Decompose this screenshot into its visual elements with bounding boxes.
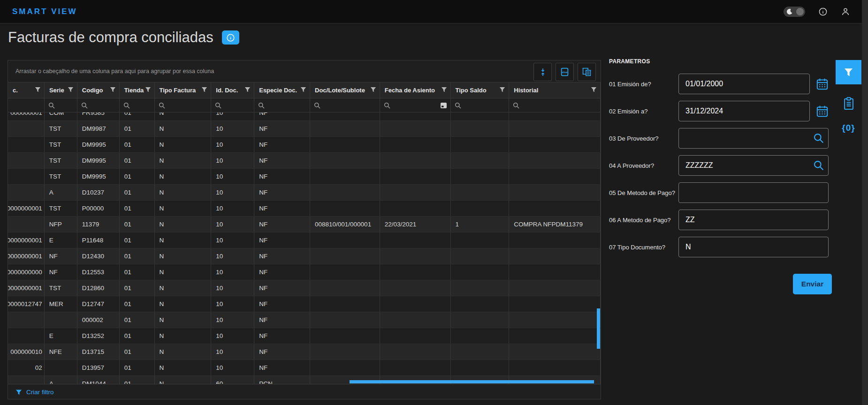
cell-tipo-factura: N (155, 121, 212, 136)
cell-c: 000000010 (8, 344, 45, 360)
cell-especie-doc: NF (254, 248, 310, 264)
filter-cell-fecha-de-asiento[interactable] (380, 98, 451, 112)
cell-c: 02 (8, 360, 45, 375)
param-input-03-de-proveedor[interactable] (678, 128, 829, 149)
filter-cell-especie-doc[interactable] (254, 98, 310, 112)
table-row[interactable]: 0000000001NFD1243001N10NF (8, 248, 601, 264)
header-filter-button[interactable] (300, 87, 306, 94)
filter-cell-serie[interactable] (45, 98, 77, 112)
table-row[interactable]: NFP1137901N10NF008810/001/00000122/03/20… (8, 217, 601, 232)
cell-tipo-saldo (451, 137, 510, 152)
column-header-tipo-saldo[interactable]: Tipo Saldo (451, 82, 510, 98)
table-row[interactable]: TSTDM999501N10NF (8, 169, 601, 185)
cell-fecha-de-asiento (380, 185, 451, 200)
table-row[interactable]: 0000000001TSTP0000001N10NF (8, 201, 601, 217)
page-scrollbar-track[interactable] (862, 0, 868, 405)
calendar-picker-button[interactable] (816, 78, 829, 90)
table-row[interactable]: 000000010NFED1371501N10NF (8, 344, 601, 360)
create-filter-button[interactable]: Criar filtro (8, 384, 601, 400)
column-header-serie[interactable]: Serie (45, 82, 77, 98)
header-filter-button[interactable] (145, 87, 151, 94)
vertical-scrollbar-thumb[interactable] (597, 308, 600, 349)
table-row[interactable]: 0000000001EP1164801N10NF (8, 232, 601, 248)
param-input-01-emisi-n-de[interactable] (678, 74, 810, 94)
param-input-06-a-metodo-de-pago[interactable] (678, 210, 829, 230)
column-header-historial[interactable]: Historial (509, 82, 601, 98)
horizontal-scrollbar-thumb[interactable] (350, 380, 594, 383)
cell-serie: E (45, 328, 77, 344)
filter-cell-historial[interactable] (509, 98, 601, 112)
filter-calendar-button[interactable] (440, 102, 447, 111)
cell-tienda: 01 (120, 248, 155, 264)
info-icon[interactable] (818, 7, 828, 16)
search-icon (455, 102, 461, 109)
title-info-button[interactable] (222, 30, 239, 45)
table-row[interactable]: AD1023701N10NF (8, 185, 601, 201)
cell-especie-doc: NF (254, 153, 310, 168)
cell-tipo-factura: N (155, 112, 212, 120)
header-filter-button[interactable] (591, 87, 597, 94)
filter-cell-doc-lote-sublote[interactable] (310, 98, 380, 112)
header-filter-button[interactable] (68, 87, 74, 94)
column-header-codigo[interactable]: Codigo (77, 82, 120, 98)
table-row[interactable]: 02D1395701N10NF (8, 360, 601, 376)
clipboard-tab[interactable] (843, 97, 855, 110)
filter-cell-id-doc[interactable] (211, 98, 254, 112)
filter-cell-tienda[interactable] (120, 98, 155, 112)
toggle-knob[interactable] (796, 8, 804, 15)
column-header-fecha-de-asiento[interactable]: Fecha de Asiento (380, 82, 451, 98)
collapse-rows-button[interactable] (533, 63, 552, 81)
dark-mode-toggle[interactable] (784, 7, 805, 17)
header-filter-button[interactable] (110, 87, 116, 94)
table-row[interactable]: 0000012747MERD1274701N10NF (8, 296, 601, 312)
column-header-id-doc[interactable]: Id. Doc. (211, 82, 254, 98)
param-label: 07 Tipo Documento? (609, 244, 678, 251)
cell-tienda: 01 (120, 264, 155, 280)
enviar-button[interactable]: Enviar (793, 274, 832, 294)
table-row[interactable]: 0000000000NFD1255301N10NF (8, 264, 601, 280)
table-row[interactable]: TSTDM998701N10NF (8, 121, 601, 137)
cell-codigo: D13715 (77, 344, 120, 360)
table-row[interactable]: 00000201N10NF (8, 312, 601, 328)
filter-cell-tipo-saldo[interactable] (451, 98, 510, 112)
search-lookup-button[interactable] (813, 160, 824, 173)
param-input-02-emisi-n-a[interactable] (678, 101, 810, 121)
header-filter-button[interactable] (441, 87, 447, 94)
table-row[interactable]: ED1325201N10NF (8, 328, 601, 344)
column-chooser-button[interactable] (578, 63, 596, 81)
header-filter-button[interactable] (370, 87, 376, 94)
param-input-05-de-metodo-de-pago[interactable] (678, 182, 829, 203)
cell-id-doc: 10 (211, 232, 254, 248)
group-panel[interactable]: Arrastar o cabeçalho de uma coluna para … (8, 60, 601, 82)
column-header-doc-lote-sublote[interactable]: Doc/Lote/Sublote (310, 82, 380, 98)
filter-funnel-icon (15, 389, 22, 396)
column-header-especie-doc[interactable]: Especie Doc. (254, 82, 310, 98)
filter-cell-tipo-factura[interactable] (155, 98, 212, 112)
column-header-c[interactable]: c. (8, 82, 45, 98)
param-input-07-tipo-documento[interactable] (678, 237, 829, 257)
header-filter-button[interactable] (35, 87, 41, 94)
table-row[interactable]: 000000001COMFR958501N10NF (8, 112, 601, 121)
filter-cell-codigo[interactable] (77, 98, 120, 112)
column-header-tienda[interactable]: Tienda (120, 82, 155, 98)
filter-tab-active[interactable] (836, 60, 861, 84)
param-input-04-a-proveedor[interactable] (678, 155, 829, 176)
cell-id-doc: 10 (211, 344, 254, 360)
export-xlsx-button[interactable]: xlsx (556, 63, 574, 81)
header-filter-button[interactable] (244, 87, 251, 94)
column-header-label: Tienda (124, 87, 144, 94)
filter-funnel-icon (145, 87, 151, 93)
search-lookup-button[interactable] (813, 133, 824, 146)
table-row[interactable]: 0000000001TSTD1286001N10NF (8, 280, 601, 296)
header-filter-button[interactable] (201, 87, 207, 94)
calendar-picker-button[interactable] (816, 105, 829, 118)
cell-fecha-de-asiento (380, 344, 451, 360)
braces-tab[interactable]: {0} (842, 123, 855, 133)
header-filter-button[interactable] (499, 87, 505, 94)
filter-cell-c[interactable] (8, 98, 45, 112)
cell-tienda: 01 (120, 280, 155, 296)
column-header-tipo-factura[interactable]: Tipo Factura (155, 82, 212, 98)
table-row[interactable]: TSTDM999501N10NF (8, 153, 601, 169)
table-row[interactable]: TSTDM999501N10NF (8, 137, 601, 153)
user-icon[interactable] (841, 7, 850, 16)
